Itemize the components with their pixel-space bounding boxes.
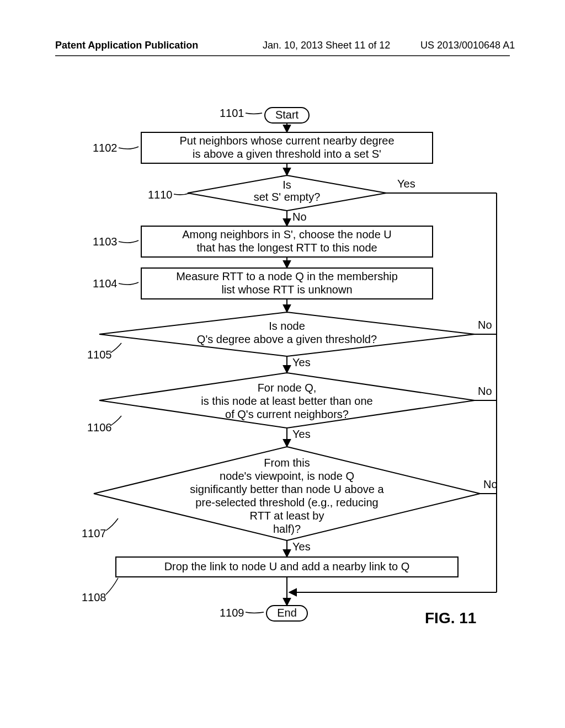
figure-label: FIG. 11 [425, 609, 476, 627]
page: { "header": { "left": "Patent Applicatio… [0, 0, 565, 728]
n1107-l1: From this [264, 457, 310, 469]
edge-1107-no-label: No [483, 478, 498, 490]
ref-1101: 1101 [220, 107, 244, 119]
end-label: End [277, 607, 297, 619]
ref-1108: 1108 [82, 591, 106, 603]
n1107-l4: pre-selected threshold (e.g., reducing [195, 496, 378, 508]
edge-1106-yes-label: Yes [292, 428, 311, 440]
leader-1103 [119, 240, 138, 243]
ref-1110: 1110 [148, 189, 173, 201]
n1103-l1: Among neighbors in S', choose the node U [182, 228, 392, 240]
edge-1105-yes-label: Yes [292, 356, 311, 368]
n1103-l2: that has the longest RTT to this node [196, 242, 377, 254]
ref-1102: 1102 [93, 142, 118, 154]
leader-1104 [119, 282, 138, 285]
n1107-l5: RTT at least by [250, 510, 324, 522]
n1102-l2: is above a given threshold into a set S' [193, 148, 381, 160]
n1102-l1: Put neighbors whose current nearby degre… [179, 135, 394, 147]
n1107-l6: half)? [273, 523, 301, 535]
ref-1105: 1105 [87, 349, 112, 361]
n1110-l2: set S' empty? [254, 191, 321, 203]
n1106-l2: is this node at least better than one [201, 395, 372, 407]
flowchart-svg: Start 1101 Put neighbors whose current n… [0, 0, 565, 728]
ref-1106: 1106 [87, 421, 112, 433]
leader-1107 [106, 518, 118, 531]
edge-1107-yes-label: Yes [292, 540, 311, 553]
leader-1109 [246, 612, 264, 613]
n1106-l1: For node Q, [258, 382, 317, 394]
edge-1106-no-label: No [478, 385, 492, 397]
ref-1103: 1103 [93, 235, 118, 248]
n1104-l2: list whose RTT is unknown [221, 283, 352, 296]
leader-1105 [110, 343, 121, 353]
leader-1108 [106, 578, 118, 595]
leader-1101 [246, 113, 262, 114]
ref-1109: 1109 [220, 607, 244, 619]
edge-1110-yes-label: Yes [397, 178, 415, 190]
n1105-l1: Is node [269, 320, 305, 332]
n1107-l2: node's viewpoint, is node Q [220, 470, 354, 482]
leader-1102 [119, 147, 138, 149]
n1110-l1: Is [282, 179, 291, 191]
n1106-l3: of Q's current neighbors? [225, 408, 349, 420]
edge-1105-no-label: No [478, 319, 492, 331]
n1108: Drop the link to node U and add a nearby… [164, 560, 410, 572]
leader-1106 [110, 416, 121, 426]
ref-1104: 1104 [93, 277, 118, 290]
n1107-l3: significantly better than node U above a [190, 483, 384, 495]
edge-1110-no-label: No [292, 211, 307, 223]
n1105-l2: Q's degree above a given threshold? [197, 333, 377, 345]
n1104-l1: Measure RTT to a node Q in the membershi… [176, 270, 398, 282]
start-label: Start [275, 109, 299, 121]
ref-1107: 1107 [82, 527, 106, 539]
